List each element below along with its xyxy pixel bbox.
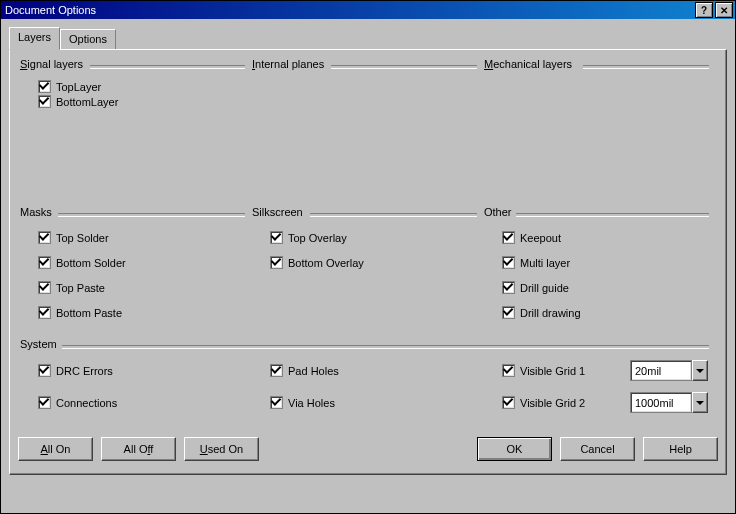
check-via-holes-box[interactable] xyxy=(270,396,283,409)
check-top-paste-label: Top Paste xyxy=(56,282,105,294)
group-silkscreen: Silkscreen xyxy=(252,206,303,218)
check-visible-grid-1[interactable]: Visible Grid 1 xyxy=(502,364,585,377)
check-top-overlay-box[interactable] xyxy=(270,231,283,244)
help-button-icon[interactable]: ? xyxy=(695,2,713,18)
check-pad-holes-box[interactable] xyxy=(270,364,283,377)
group-masks: Masks xyxy=(20,206,52,218)
check-top-paste[interactable]: Top Paste xyxy=(38,281,105,294)
tab-strip: Layers Options xyxy=(9,27,727,49)
check-bottom-layer[interactable]: BottomLayer xyxy=(38,95,118,108)
check-bottom-overlay-box[interactable] xyxy=(270,256,283,269)
check-keepout-label: Keepout xyxy=(520,232,561,244)
check-drill-guide-label: Drill guide xyxy=(520,282,569,294)
check-bottom-layer-box[interactable] xyxy=(38,95,51,108)
client-area: Layers Options Signal layers Internal pl… xyxy=(1,19,735,513)
dropdown-grid-2-input[interactable] xyxy=(630,392,692,413)
button-bar: All On All Off Used On OK Cancel Help xyxy=(18,437,718,464)
check-connections[interactable]: Connections xyxy=(38,396,117,409)
group-signal-layers: Signal layers xyxy=(20,58,83,70)
tab-panel: Signal layers Internal planes Mechanical… xyxy=(9,49,727,475)
divider xyxy=(516,213,709,217)
check-drill-guide[interactable]: Drill guide xyxy=(502,281,569,294)
check-multi-layer-label: Multi layer xyxy=(520,257,570,269)
divider xyxy=(331,65,477,69)
check-drc-errors-label: DRC Errors xyxy=(56,365,113,377)
check-top-paste-box[interactable] xyxy=(38,281,51,294)
chevron-down-icon xyxy=(696,401,704,405)
group-internal-planes: Internal planes xyxy=(252,58,324,70)
check-bottom-overlay-label: Bottom Overlay xyxy=(288,257,364,269)
check-visible-grid-2-label: Visible Grid 2 xyxy=(520,397,585,409)
ok-button[interactable]: OK xyxy=(477,437,552,461)
check-drill-drawing[interactable]: Drill drawing xyxy=(502,306,581,319)
group-mechanical-layers: Mechanical layers xyxy=(484,58,572,70)
check-bottom-paste-box[interactable] xyxy=(38,306,51,319)
document-options-dialog: Document Options ? ✕ Layers Options Sign… xyxy=(0,0,736,514)
check-bottom-paste[interactable]: Bottom Paste xyxy=(38,306,122,319)
divider xyxy=(62,345,709,349)
check-pad-holes-label: Pad Holes xyxy=(288,365,339,377)
check-bottom-solder[interactable]: Bottom Solder xyxy=(38,256,126,269)
divider xyxy=(58,213,245,217)
check-drc-errors[interactable]: DRC Errors xyxy=(38,364,113,377)
all-on-button[interactable]: All On xyxy=(18,437,93,461)
help-button[interactable]: Help xyxy=(643,437,718,461)
check-bottom-solder-label: Bottom Solder xyxy=(56,257,126,269)
check-via-holes-label: Via Holes xyxy=(288,397,335,409)
check-top-solder[interactable]: Top Solder xyxy=(38,231,109,244)
dropdown-grid-1[interactable] xyxy=(630,360,708,381)
check-keepout[interactable]: Keepout xyxy=(502,231,561,244)
check-visible-grid-1-label: Visible Grid 1 xyxy=(520,365,585,377)
check-bottom-paste-label: Bottom Paste xyxy=(56,307,122,319)
check-bottom-overlay[interactable]: Bottom Overlay xyxy=(270,256,364,269)
check-via-holes[interactable]: Via Holes xyxy=(270,396,335,409)
check-multi-layer-box[interactable] xyxy=(502,256,515,269)
close-icon[interactable]: ✕ xyxy=(715,2,733,18)
check-top-layer-box[interactable] xyxy=(38,80,51,93)
check-top-overlay-label: Top Overlay xyxy=(288,232,347,244)
check-drill-drawing-label: Drill drawing xyxy=(520,307,581,319)
layers-content: Signal layers Internal planes Mechanical… xyxy=(20,58,716,416)
all-off-button[interactable]: All Off xyxy=(101,437,176,461)
check-pad-holes[interactable]: Pad Holes xyxy=(270,364,339,377)
check-multi-layer[interactable]: Multi layer xyxy=(502,256,570,269)
divider xyxy=(583,65,709,69)
check-visible-grid-2-box[interactable] xyxy=(502,396,515,409)
dropdown-grid-2[interactable] xyxy=(630,392,708,413)
check-bottom-layer-label: BottomLayer xyxy=(56,96,118,108)
used-on-button[interactable]: Used On xyxy=(184,437,259,461)
check-top-solder-label: Top Solder xyxy=(56,232,109,244)
check-drc-errors-box[interactable] xyxy=(38,364,51,377)
divider xyxy=(90,65,245,69)
tab-layers[interactable]: Layers xyxy=(9,27,60,50)
divider xyxy=(310,213,477,217)
group-system: System xyxy=(20,338,57,350)
chevron-down-icon xyxy=(696,369,704,373)
check-visible-grid-2[interactable]: Visible Grid 2 xyxy=(502,396,585,409)
check-connections-box[interactable] xyxy=(38,396,51,409)
title-bar: Document Options ? ✕ xyxy=(1,1,735,19)
window-title: Document Options xyxy=(3,4,693,16)
check-top-layer-label: TopLayer xyxy=(56,81,101,93)
check-top-overlay[interactable]: Top Overlay xyxy=(270,231,347,244)
tab-options[interactable]: Options xyxy=(60,29,116,49)
group-other: Other xyxy=(484,206,512,218)
dropdown-grid-2-button[interactable] xyxy=(692,392,708,413)
check-drill-drawing-box[interactable] xyxy=(502,306,515,319)
check-keepout-box[interactable] xyxy=(502,231,515,244)
check-top-solder-box[interactable] xyxy=(38,231,51,244)
check-bottom-solder-box[interactable] xyxy=(38,256,51,269)
check-visible-grid-1-box[interactable] xyxy=(502,364,515,377)
cancel-button[interactable]: Cancel xyxy=(560,437,635,461)
dropdown-grid-1-button[interactable] xyxy=(692,360,708,381)
check-drill-guide-box[interactable] xyxy=(502,281,515,294)
check-top-layer[interactable]: TopLayer xyxy=(38,80,101,93)
check-connections-label: Connections xyxy=(56,397,117,409)
dropdown-grid-1-input[interactable] xyxy=(630,360,692,381)
